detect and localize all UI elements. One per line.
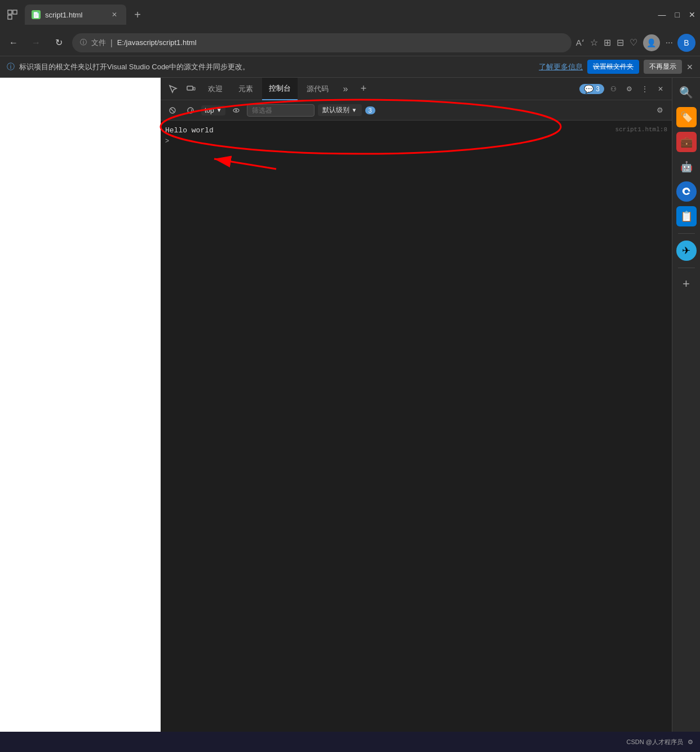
- sidebar-add-button[interactable]: +: [677, 275, 695, 293]
- csdn-label: CSDN @人才程序员: [627, 738, 683, 746]
- filter-toggle-button[interactable]: [183, 103, 198, 118]
- browser-tab-script1[interactable]: 📄 script1.html ✕: [25, 5, 126, 25]
- device-emulation-button[interactable]: [183, 81, 199, 97]
- read-mode-icon[interactable]: Aʻ: [576, 38, 584, 48]
- sidebar-briefcase-button[interactable]: 💼: [676, 132, 697, 152]
- forward-button[interactable]: →: [27, 34, 45, 52]
- minimize-button[interactable]: —: [658, 10, 666, 19]
- tab-console[interactable]: 控制台: [262, 78, 298, 100]
- console-badge: 3: [365, 106, 375, 114]
- clear-console-button[interactable]: [165, 103, 180, 118]
- tab-favicon: 📄: [32, 10, 41, 19]
- browser-window-icon: [5, 7, 20, 23]
- refresh-button[interactable]: ↻: [50, 34, 68, 52]
- browser-titlebar: 📄 script1.html ✕ + — □ ✕: [0, 0, 700, 29]
- new-tab-button[interactable]: +: [129, 6, 147, 24]
- source-ref: script1.html:8: [615, 126, 667, 133]
- info-close-button[interactable]: ✕: [686, 63, 693, 72]
- heart-icon[interactable]: ♡: [630, 37, 637, 48]
- back-button[interactable]: ←: [5, 34, 23, 52]
- collections2-icon[interactable]: ⊟: [617, 37, 624, 48]
- svg-point-10: [235, 109, 237, 111]
- sidebar-search-button[interactable]: 🔍: [676, 82, 697, 103]
- connections-icon[interactable]: ⚇: [606, 82, 620, 96]
- url-separator: |: [110, 38, 113, 47]
- bing-icon: B: [684, 38, 689, 47]
- settings-gear-icon[interactable]: ⚙: [688, 738, 693, 746]
- tab-sources[interactable]: 源代码: [300, 78, 335, 100]
- address-bar[interactable]: ⓘ 文件 | E:/javascript/script1.html: [72, 33, 571, 52]
- svg-rect-4: [193, 87, 195, 90]
- svg-point-7: [188, 108, 193, 113]
- hello-world-output: Hello world: [165, 126, 214, 135]
- more-options-devtools-icon[interactable]: ⋮: [638, 82, 652, 96]
- svg-rect-0: [8, 10, 12, 14]
- eye-icon[interactable]: [229, 103, 243, 118]
- tab-title: script1.html: [45, 11, 82, 19]
- url-text: E:/javascript/script1.html: [117, 38, 197, 47]
- console-prompt[interactable]: >: [161, 136, 672, 146]
- tab-close-button[interactable]: ✕: [109, 10, 119, 20]
- right-sidebar: 🔍 🏷️ 💼 🤖 📋 ✈ + ⚙: [672, 78, 700, 752]
- close-button[interactable]: ✕: [689, 10, 695, 19]
- sidebar-edge-button[interactable]: [676, 181, 697, 202]
- sidebar-ai-button[interactable]: 🤖: [676, 157, 697, 177]
- top-label: top: [205, 106, 214, 114]
- message-badge: 💬 3: [579, 84, 604, 94]
- info-bar: ⓘ 标识项目的根文件夹以打开Visual Studio Code中的源文件并同步…: [0, 56, 700, 78]
- devtools-panel: 欢迎 元素 控制台 源代码 » + 💬 3 ⚇ ⚙ ⋮ ✕: [161, 78, 672, 752]
- inspect-element-button[interactable]: [165, 81, 181, 97]
- bing-button[interactable]: B: [677, 34, 695, 52]
- collections-icon[interactable]: ⊞: [604, 37, 611, 48]
- more-options-icon[interactable]: ···: [666, 38, 673, 48]
- main-content: 欢迎 元素 控制台 源代码 » + 💬 3 ⚇ ⚙ ⋮ ✕: [0, 78, 700, 752]
- svg-rect-2: [8, 15, 12, 19]
- address-right-icons: Aʻ ☆ ⊞ ⊟ ♡ 👤 ···: [576, 34, 673, 51]
- address-bar-row: ← → ↻ ⓘ 文件 | E:/javascript/script1.html …: [0, 29, 700, 56]
- webpage-panel: [0, 78, 161, 752]
- devtools-toolbar: 欢迎 元素 控制台 源代码 » + 💬 3 ⚇ ⚙ ⋮ ✕: [161, 78, 672, 100]
- info-bar-text: 标识项目的根文件夹以打开Visual Studio Code中的源文件并同步更改…: [19, 62, 534, 72]
- sidebar-divider: [678, 233, 695, 234]
- add-tab-button[interactable]: +: [356, 81, 371, 97]
- sidebar-divider2: [678, 268, 695, 268]
- context-dropdown-icon: ▼: [216, 107, 222, 113]
- settings-icon[interactable]: ⚙: [622, 82, 636, 96]
- more-tabs-button[interactable]: »: [338, 81, 353, 97]
- favorites-icon[interactable]: ☆: [590, 37, 598, 48]
- console-settings-button[interactable]: ⚙: [653, 103, 667, 118]
- sidebar-tag-button[interactable]: 🏷️: [676, 107, 697, 127]
- log-level-selector[interactable]: 默认级别 ▼: [318, 104, 362, 116]
- level-dropdown-icon: ▼: [352, 107, 357, 113]
- svg-rect-3: [187, 86, 193, 90]
- file-label: 文件: [91, 38, 106, 48]
- console-output-line: Hello world script1.html:8: [161, 125, 672, 136]
- svg-rect-1: [13, 10, 17, 14]
- window-controls: — □ ✕: [658, 10, 695, 19]
- maximize-button[interactable]: □: [675, 10, 680, 19]
- filter-input[interactable]: [247, 104, 314, 117]
- info-learn-more-link[interactable]: 了解更多信息: [539, 62, 583, 72]
- profile-button[interactable]: 👤: [643, 34, 660, 51]
- tab-welcome[interactable]: 欢迎: [201, 78, 229, 100]
- devtools-toolbar2: top ▼ 默认级别 ▼ 3 ⚙: [161, 100, 672, 121]
- tab-area: 📄 script1.html ✕ +: [25, 0, 649, 29]
- set-root-folder-button[interactable]: 设置根文件夹: [587, 60, 639, 74]
- context-selector[interactable]: top ▼: [201, 105, 225, 115]
- info-icon: ⓘ: [7, 62, 15, 72]
- console-area: Hello world script1.html:8 >: [161, 121, 672, 752]
- sidebar-outlook-button[interactable]: 📋: [676, 206, 697, 226]
- sidebar-telegram-button[interactable]: ✈: [676, 241, 697, 261]
- taskbar: CSDN @人才程序员 ⚙: [0, 732, 700, 752]
- lock-icon: ⓘ: [80, 38, 87, 47]
- svg-line-6: [171, 109, 174, 112]
- dismiss-button[interactable]: 不再显示: [644, 60, 682, 74]
- tab-elements[interactable]: 元素: [232, 78, 260, 100]
- close-devtools-button[interactable]: ✕: [654, 82, 667, 96]
